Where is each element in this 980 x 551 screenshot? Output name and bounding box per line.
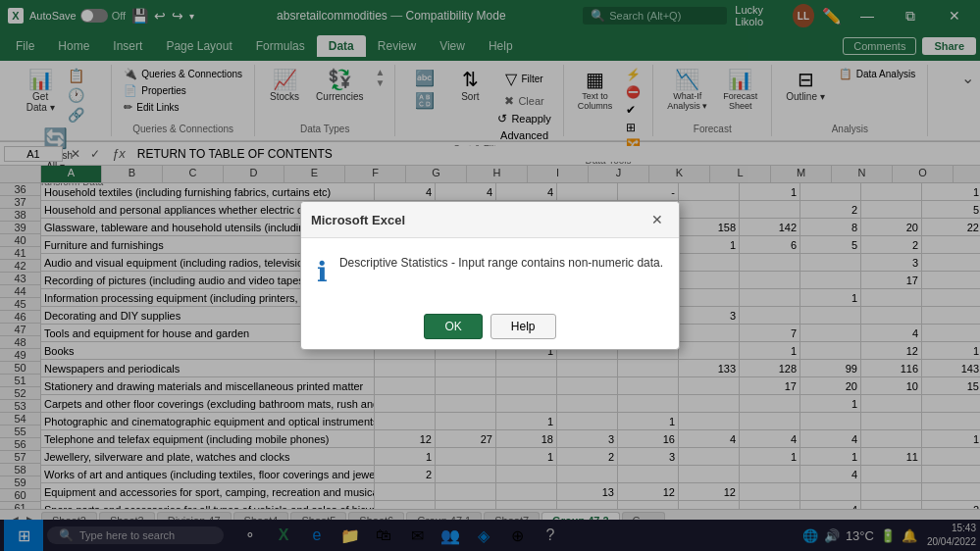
info-icon: ℹ — [317, 256, 328, 288]
dialog-message: Descriptive Statistics - Input range con… — [339, 254, 663, 272]
dialog-body: ℹ Descriptive Statistics - Input range c… — [301, 238, 679, 304]
dialog-overlay: Microsoft Excel ✕ ℹ Descriptive Statisti… — [0, 0, 980, 551]
dialog-title: Microsoft Excel — [311, 213, 405, 227]
help-button[interactable]: Help — [490, 314, 556, 339]
dialog: Microsoft Excel ✕ ℹ Descriptive Statisti… — [300, 201, 680, 350]
dialog-buttons: OK Help — [301, 304, 679, 349]
ok-button[interactable]: OK — [424, 314, 482, 339]
dialog-titlebar: Microsoft Excel ✕ — [301, 202, 679, 238]
dialog-close-button[interactable]: ✕ — [645, 208, 669, 231]
